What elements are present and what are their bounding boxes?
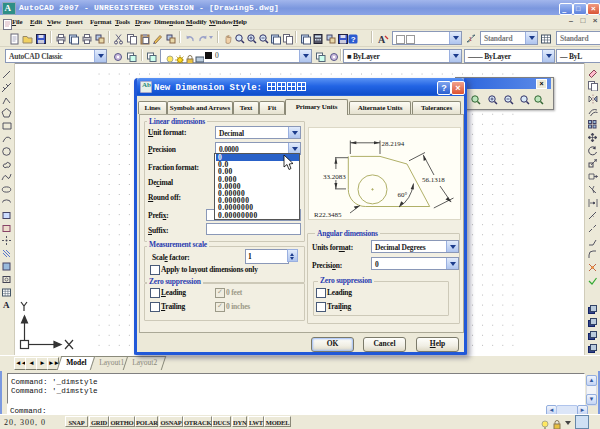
svg-text:33.2083: 33.2083 (323, 173, 346, 181)
svg-text:A: A (3, 300, 10, 310)
svg-text:R22.3485: R22.3485 (314, 211, 342, 219)
svg-text:?: ? (351, 35, 356, 44)
svg-text:56.1318: 56.1318 (422, 176, 445, 184)
svg-text:A: A (378, 34, 386, 45)
svg-text:1: 1 (469, 36, 472, 42)
svg-text:28.2194: 28.2194 (382, 140, 405, 148)
svg-text:60°: 60° (398, 191, 408, 199)
